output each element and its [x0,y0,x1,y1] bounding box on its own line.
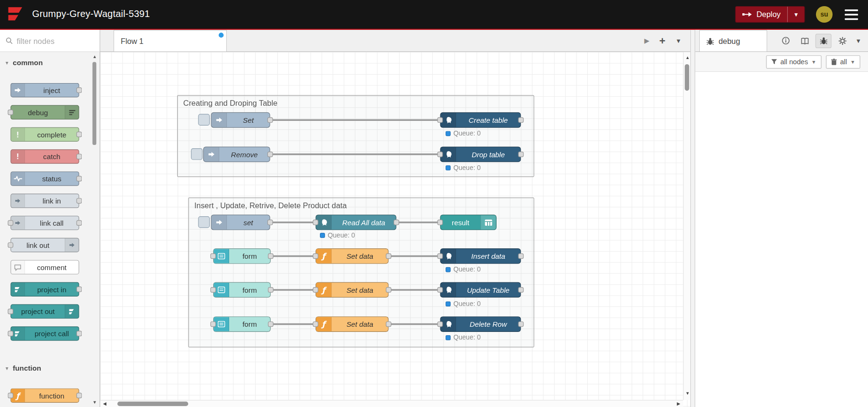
input-port[interactable] [313,254,318,259]
input-port[interactable] [438,152,443,157]
node-update-table[interactable]: Update Table [440,282,521,297]
postgresql-icon [441,113,456,127]
node-delete-row[interactable]: Delete Row [440,316,521,332]
node-insert-data[interactable]: Insert data [440,248,521,264]
palette-node-link-out[interactable]: link out [10,238,79,252]
inject-trigger-button[interactable] [198,114,210,126]
input-port[interactable] [313,322,318,327]
node-create-table[interactable]: Create table [440,112,521,128]
debug-filter-button[interactable]: all nodes ▼ [766,55,821,68]
tab-flow-1[interactable]: Flow 1 [113,30,227,51]
workspace[interactable]: Creating and Droping Table Insert , Upda… [100,52,690,407]
output-port[interactable] [518,322,524,327]
tab-debug[interactable]: debug [699,30,767,51]
node-set-data[interactable]: ƒ Set data [316,248,389,264]
palette-category-function[interactable]: ▾ function [0,357,100,379]
palette-node-function[interactable]: ƒ function [10,388,79,402]
node-drop-table[interactable]: Drop table [440,146,521,162]
palette-node-project-in[interactable]: project in [10,282,79,296]
palette-node-link-call[interactable]: link call [10,216,79,230]
sidebar-more-tabs-caret[interactable]: ▼ [853,37,863,44]
input-port[interactable] [313,287,318,293]
node-form[interactable]: form [213,248,271,264]
output-port[interactable] [386,322,392,327]
postgresql-icon [441,283,456,297]
config-tab-button[interactable] [834,34,851,48]
output-port[interactable] [386,287,392,293]
output-port[interactable] [268,322,274,327]
palette-filter [0,30,100,52]
input-port[interactable] [210,254,216,259]
output-port[interactable] [394,220,399,225]
output-port[interactable] [518,287,524,293]
palette-category-common[interactable]: ▾ common [0,52,100,73]
inject-trigger-button[interactable] [198,216,210,228]
palette-node-label: project call [25,330,79,338]
node-label: Remove [219,150,270,159]
node-inject-remove[interactable]: Remove [203,146,270,162]
horizontal-scroll-thumb[interactable] [117,402,188,406]
help-tab-button[interactable] [797,34,813,48]
input-port[interactable] [210,287,216,293]
debug-tab-button[interactable] [816,34,832,48]
scroll-up-icon[interactable]: ▲ [685,56,689,60]
palette-node-catch[interactable]: ! catch [10,149,79,163]
output-port[interactable] [267,152,273,157]
palette-node-inject[interactable]: inject [10,83,79,97]
palette-node-link-in[interactable]: link in [10,194,79,208]
deploy-button[interactable]: Deploy ▼ [735,6,805,23]
palette-scrollbar[interactable]: ▲ ▼ [92,54,97,405]
output-port[interactable] [267,117,273,123]
output-port[interactable] [518,254,524,259]
canvas-horizontal-scrollbar[interactable]: ◀ ▶ [100,400,683,407]
sidebar-resize-handle[interactable] [690,30,695,407]
main-area: ▾ common inject debug ! [0,30,868,407]
palette-scrollbar-thumb[interactable] [93,62,96,145]
info-tab-button[interactable] [778,34,794,48]
user-avatar[interactable]: su [816,6,833,23]
node-inject-set-lower[interactable]: set [211,215,270,230]
inject-icon [11,84,25,97]
deploy-options-caret[interactable]: ▼ [788,11,804,17]
input-port[interactable] [438,254,443,259]
scroll-down-icon[interactable]: ▼ [92,400,97,405]
node-result-table[interactable]: result [440,215,496,230]
inject-trigger-button[interactable] [191,148,203,160]
palette-node-comment[interactable]: comment [10,260,79,274]
output-port[interactable] [268,287,274,293]
add-flow-button[interactable]: + [659,34,665,47]
output-port[interactable] [268,254,274,259]
node-set-data[interactable]: ƒ Set data [316,316,389,332]
scroll-right-icon[interactable]: ▶ [677,402,680,406]
input-port[interactable] [313,220,318,225]
output-port[interactable] [518,152,524,157]
node-form[interactable]: form [213,316,271,332]
palette-node-complete[interactable]: ! complete [10,127,79,141]
input-port[interactable] [438,220,443,225]
input-port[interactable] [438,287,443,293]
output-port[interactable] [386,254,392,259]
palette-node-project-call[interactable]: project call [10,326,79,340]
node-set-data[interactable]: ƒ Set data [316,282,389,297]
node-inject-set[interactable]: Set [211,112,270,128]
input-port[interactable] [438,117,443,123]
palette-node-debug[interactable]: debug [10,105,79,119]
palette-filter-input[interactable] [17,36,82,45]
scroll-left-icon[interactable]: ◀ [103,402,106,406]
input-port[interactable] [210,322,216,327]
canvas-vertical-scrollbar[interactable]: ▲ ▼ [683,52,690,400]
tab-scroll-right-icon[interactable]: ▶ [644,37,649,44]
palette-node-status[interactable]: status [10,171,79,186]
scroll-up-icon[interactable]: ▲ [92,54,97,59]
flow-list-caret[interactable]: ▼ [675,37,681,44]
input-port[interactable] [438,322,443,327]
output-port[interactable] [267,220,273,225]
palette-node-project-out[interactable]: project out [10,304,79,318]
node-form[interactable]: form [213,282,271,297]
vertical-scroll-thumb[interactable] [685,64,689,91]
node-read-all-data[interactable]: Read All data [316,215,396,230]
main-menu-icon[interactable] [843,7,859,22]
debug-clear-button[interactable]: all ▼ [825,55,860,68]
output-port[interactable] [518,117,524,123]
scroll-down-icon[interactable]: ▼ [685,391,689,396]
